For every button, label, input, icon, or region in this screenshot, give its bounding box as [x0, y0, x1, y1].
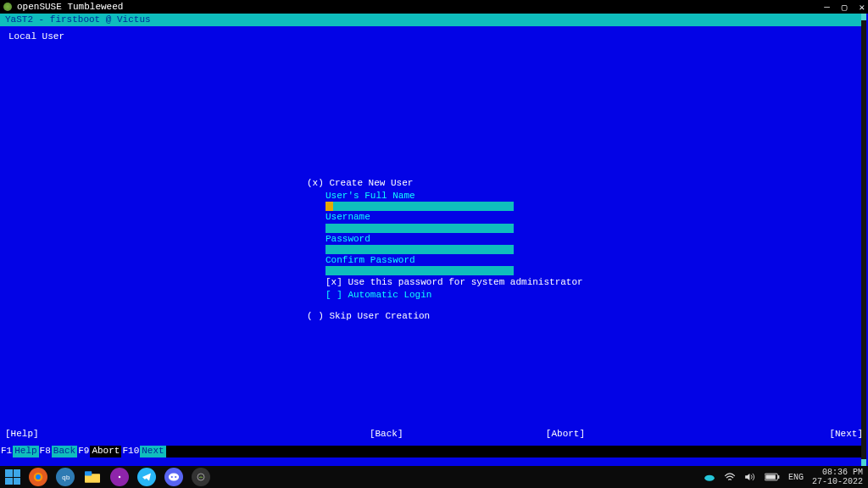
time-text: 08:36 PM — [812, 468, 863, 477]
fkey-bar: F1 Help F8 Back F9 Abort F10 Next — [0, 446, 861, 458]
section-title: Local User — [0, 26, 868, 47]
wifi-icon[interactable] — [724, 472, 736, 482]
confirm-password-label: Confirm Password — [326, 255, 536, 266]
svg-point-6 — [169, 474, 179, 481]
qbittorrent-icon[interactable]: qb — [56, 468, 75, 486]
fullname-label: User's Full Name — [326, 191, 536, 202]
window-title: openSUSE Tumbleweed — [17, 2, 824, 12]
terminal-scrollbar[interactable] — [861, 14, 866, 466]
clock[interactable]: 08:36 PM 27-10-2022 — [812, 468, 863, 486]
help-button[interactable]: [Help] — [5, 429, 39, 440]
checkbox-automatic-login[interactable]: [ ] Automatic Login — [326, 290, 536, 301]
next-button[interactable]: [Next] — [829, 429, 863, 440]
f10-label[interactable]: Next — [140, 446, 165, 458]
cloud-sync-icon[interactable] — [704, 472, 715, 482]
music-player-icon[interactable] — [110, 468, 129, 486]
username-input[interactable] — [326, 224, 514, 233]
f9-key: F9 — [77, 446, 90, 458]
svg-rect-13 — [765, 474, 776, 479]
svg-text:qb: qb — [62, 474, 70, 481]
yast-header: YaST2 - firstboot @ Victus — [0, 14, 861, 26]
username-label: Username — [326, 212, 536, 223]
window-controls: — ▢ ✕ — [824, 2, 865, 13]
start-button[interactable] — [5, 469, 20, 485]
back-button[interactable]: [Back] — [370, 429, 403, 440]
confirm-password-input[interactable] — [326, 266, 514, 275]
svg-point-7 — [171, 476, 173, 478]
volume-icon[interactable] — [744, 472, 756, 482]
terminal-icon[interactable] — [192, 468, 210, 486]
date-text: 27-10-2022 — [812, 477, 863, 486]
user-form: (x) Create New User User's Full Name Use… — [326, 178, 536, 324]
f8-label[interactable]: Back — [52, 446, 77, 458]
svg-point-5 — [119, 476, 121, 479]
fullname-input[interactable] — [326, 202, 514, 211]
svg-rect-12 — [778, 475, 779, 479]
f10-key: F10 — [121, 446, 140, 458]
radio-create-user[interactable]: (x) Create New User — [307, 178, 536, 189]
f1-key: F1 — [0, 446, 13, 458]
svg-point-10 — [704, 475, 715, 481]
svg-rect-4 — [85, 471, 92, 475]
battery-icon[interactable] — [765, 473, 780, 481]
svg-point-8 — [175, 476, 176, 478]
telegram-icon[interactable] — [137, 468, 156, 486]
nav-buttons: [Help] [Back] [Abort] [Next] — [5, 429, 863, 440]
svg-point-1 — [36, 474, 41, 480]
f9-label[interactable]: Abort — [90, 446, 121, 458]
firefox-icon[interactable] — [29, 468, 47, 486]
language-indicator[interactable]: ENG — [788, 473, 804, 482]
taskbar: qb ENG 08:36 PM 27-10-2022 — [0, 466, 868, 488]
f8-key: F8 — [39, 446, 52, 458]
password-input[interactable] — [326, 245, 514, 254]
radio-skip-creation[interactable]: ( ) Skip User Creation — [307, 311, 536, 322]
f1-label[interactable]: Help — [13, 446, 38, 458]
system-tray: ENG 08:36 PM 27-10-2022 — [219, 468, 863, 486]
maximize-button[interactable]: ▢ — [842, 2, 848, 13]
app-icon — [3, 3, 12, 11]
discord-icon[interactable] — [164, 468, 183, 486]
file-explorer-icon[interactable] — [83, 468, 102, 486]
checkbox-sysadmin-password[interactable]: [x] Use this password for system adminis… — [326, 277, 536, 288]
window-titlebar: openSUSE Tumbleweed — ▢ ✕ — [0, 0, 868, 14]
password-label: Password — [326, 234, 536, 245]
minimize-button[interactable]: — — [824, 2, 830, 13]
terminal-area: YaST2 - firstboot @ Victus Local User (x… — [0, 14, 868, 466]
abort-button[interactable]: [Abort] — [546, 429, 585, 440]
close-button[interactable]: ✕ — [859, 2, 865, 13]
